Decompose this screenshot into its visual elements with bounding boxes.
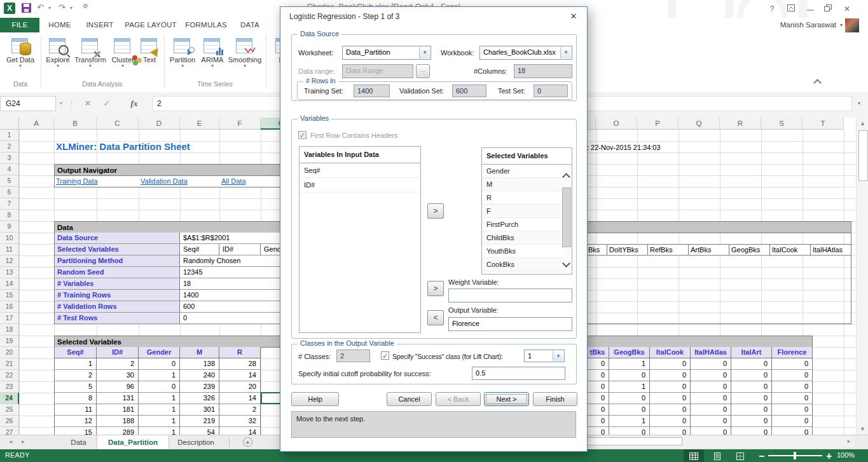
variables-cell[interactable]: 0 [691, 416, 731, 427]
variables-cell[interactable]: 0 [731, 404, 772, 416]
output-variable-input[interactable]: Florence [448, 317, 572, 331]
variables-cell[interactable]: 0 [586, 416, 609, 427]
input-variable-item[interactable]: Seq# [300, 163, 420, 178]
column-header-O[interactable]: O [596, 118, 637, 130]
row-header-2[interactable]: 2 [0, 141, 19, 153]
minimize-icon[interactable] [803, 3, 817, 15]
column-header-E[interactable]: E [180, 118, 219, 130]
variables-cell[interactable]: 0 [772, 404, 813, 416]
variables-table-header-right[interactable] [586, 336, 813, 348]
row-header-15[interactable]: 15 [0, 290, 19, 301]
variables-cell[interactable]: 14 [219, 427, 261, 435]
variables-cell[interactable]: 0 [691, 370, 731, 381]
data-summary-label[interactable]: # Training Rows [55, 290, 180, 301]
variables-cell[interactable]: 0 [731, 393, 772, 404]
variables-cell[interactable]: 15 [54, 427, 97, 435]
name-box[interactable]: G24 [0, 96, 56, 111]
variables-cell[interactable]: 0 [650, 381, 691, 393]
row-header-5[interactable]: 5 [0, 175, 19, 187]
variables-column-header[interactable]: Florence [772, 347, 813, 358]
variables-cell[interactable]: 0 [772, 393, 813, 404]
variables-cell[interactable]: 0 [691, 393, 731, 404]
zoom-in-icon[interactable]: + [826, 451, 832, 462]
column-header-T[interactable]: T [803, 118, 844, 130]
variables-cell[interactable]: 1 [139, 370, 180, 381]
first-row-headers-checkbox[interactable]: ✓ [298, 131, 307, 139]
chevron-down-icon[interactable]: ▾ [70, 5, 72, 11]
row-header-12[interactable]: 12 [0, 255, 19, 267]
variables-cell[interactable]: 11 [54, 404, 97, 416]
cancel-button[interactable]: Cancel [387, 392, 432, 406]
variables-cell[interactable]: 0 [731, 370, 772, 381]
variables-cell[interactable]: 188 [97, 416, 139, 427]
worksheet-dropdown[interactable]: Data_Partition ▼ [342, 46, 431, 60]
success-class-dropdown[interactable]: 1 ▼ [524, 350, 565, 362]
move-right-button[interactable]: > [427, 203, 444, 219]
column-header-P[interactable]: P [637, 118, 679, 130]
row-header-13[interactable]: 13 [0, 267, 19, 278]
variables-cell[interactable]: 0 [609, 404, 650, 416]
insert-function-icon[interactable]: fx [125, 96, 144, 111]
ribbon-display-options-icon[interactable] [784, 3, 798, 15]
enter-icon[interactable]: ✓ [98, 96, 116, 111]
data-summary-header-right[interactable] [586, 221, 851, 233]
selected-variable-item[interactable]: Gender [482, 165, 562, 178]
variables-cell[interactable]: 0 [586, 370, 609, 381]
variables-column-header[interactable]: ItalHAtlas [691, 347, 731, 358]
variables-cell[interactable]: 0 [772, 381, 813, 393]
sheet-nav-left-icon[interactable]: ◂ [9, 438, 12, 445]
selected-variables-list[interactable]: Selected Variables GenderMRFFirstPurchCh… [481, 147, 572, 275]
variables-column-header[interactable]: GeogBks [609, 347, 650, 358]
variables-cell[interactable]: 1 [609, 381, 650, 393]
sheet-tab-data_partition[interactable]: Data_Partition [97, 435, 169, 451]
variables-cell[interactable]: 0 [650, 404, 691, 416]
variables-cell[interactable]: 0 [586, 427, 609, 435]
zoom-slider-thumb[interactable] [794, 452, 796, 459]
row-header-10[interactable]: 10 [0, 233, 19, 244]
variables-cell[interactable]: 0 [650, 358, 691, 370]
page-break-view-icon[interactable] [730, 449, 750, 462]
data-summary-label[interactable]: # Variables [55, 278, 180, 290]
variables-cell[interactable]: 131 [97, 393, 139, 404]
chevron-down-icon[interactable]: ▼ [553, 351, 563, 361]
close-icon[interactable]: ✕ [840, 3, 854, 15]
ribbon-button-transform[interactable]: Transform▾ [72, 35, 108, 87]
vertical-scrollbar[interactable]: ▲ ▼ [856, 118, 868, 435]
variables-in-input-list[interactable]: Variables In Input Data Seq#ID# [299, 146, 421, 333]
selected-variable-item[interactable]: YouthBks [482, 245, 562, 258]
move-left-button[interactable]: < [427, 310, 444, 325]
cutoff-input[interactable]: 0.5 [472, 367, 565, 380]
data-summary-value[interactable]: Seq# [180, 244, 219, 255]
account-area[interactable]: Manish Saraswat ▾ [770, 18, 859, 32]
data-summary-label[interactable]: # Test Rows [55, 313, 180, 324]
variables-cell[interactable]: 0 [586, 381, 609, 393]
selected-variable-item[interactable]: M [482, 178, 562, 191]
variables-cell[interactable]: 0 [731, 358, 772, 370]
undo-icon[interactable]: ↶ [37, 3, 44, 12]
help-icon[interactable]: ? [765, 3, 779, 15]
variables-cell[interactable]: 14 [219, 370, 261, 381]
column-header-R[interactable]: R [720, 118, 761, 130]
variables-cell[interactable]: 219 [180, 416, 219, 427]
selected-variable-item[interactable]: DoItYBks [482, 271, 562, 275]
row-header-22[interactable]: 22 [0, 370, 19, 381]
variables-cell[interactable]: 0 [650, 393, 691, 404]
variables-cell[interactable]: 96 [97, 381, 139, 393]
chevron-down-icon[interactable]: ▼ [560, 47, 571, 58]
ribbon-button-smoothing[interactable]: Smoothing▾ [226, 35, 263, 87]
column-header-F[interactable]: F [219, 118, 261, 130]
ribbon-tab-formulas[interactable]: FORMULAS [182, 18, 230, 32]
variables-cell[interactable]: 0 [731, 381, 772, 393]
variables-cell[interactable]: 30 [97, 370, 139, 381]
variables-cell[interactable]: 301 [180, 404, 219, 416]
add-sheet-icon[interactable]: + [243, 437, 252, 447]
variables-cell[interactable]: 181 [97, 404, 139, 416]
move-right-weight-button[interactable]: > [427, 281, 444, 296]
row-header-24[interactable]: 24 [0, 393, 19, 404]
row-header-8[interactable]: 8 [0, 210, 19, 221]
ribbon-tab-page-layout[interactable]: PAGE LAYOUT [122, 18, 179, 32]
variables-cell[interactable]: 1 [609, 416, 650, 427]
data-summary-value[interactable]: RefBks [648, 244, 689, 255]
selected-variable-item[interactable]: ChildBks [482, 231, 562, 245]
column-header-C[interactable]: C [97, 118, 139, 130]
